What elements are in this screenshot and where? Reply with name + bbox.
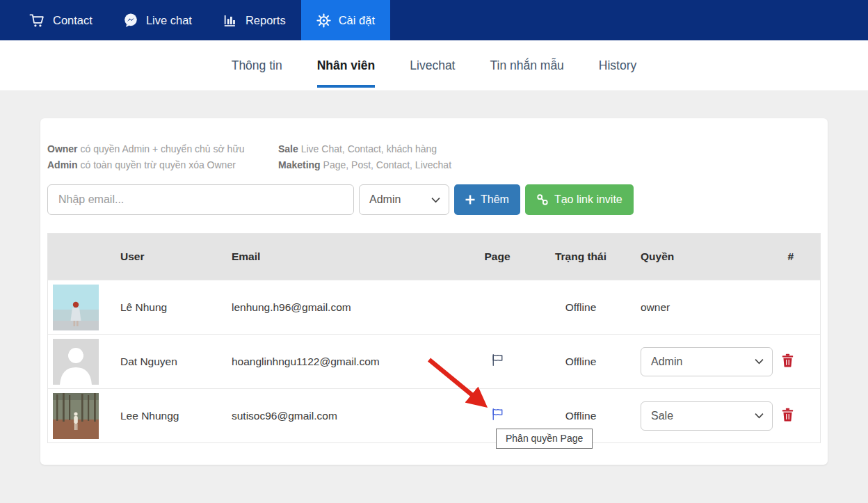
user-email: hoanglinhngu1122@gmail.com (232, 356, 463, 368)
page-content: Owner có quyền Admin + chuyển chủ sở hữu… (0, 91, 868, 465)
chevron-down-icon (431, 197, 440, 203)
header-email: Email (232, 250, 463, 263)
avatar (53, 285, 99, 330)
cart-icon (29, 13, 45, 28)
top-navbar: Contact Live chat Reports (0, 0, 868, 40)
nav-item-live-chat[interactable]: Live chat (108, 0, 207, 40)
header-page: Page (463, 250, 532, 263)
chevron-down-icon (755, 358, 764, 365)
page-permission-tooltip: Phân quyền Page (496, 429, 593, 449)
role-legend: Owner có quyền Admin + chuyển chủ sở hữu… (47, 141, 821, 173)
legend-admin: Admin có toàn quyền trừ quyền xóa Owner (47, 157, 278, 173)
user-name: Dat Nguyen (120, 356, 232, 368)
add-member-form: Admin Thêm Tạo link (47, 184, 821, 215)
nav-item-label: Contact (53, 14, 93, 27)
table-row: Lee Nhungg sutisoc96@gmail.com Offline S… (48, 388, 820, 442)
gear-icon (316, 13, 331, 28)
table-row: Dat Nguyen hoanglinhngu1122@gmail.com Of… (48, 334, 820, 388)
user-name: Lee Nhungg (120, 410, 232, 422)
nav-item-label: Live chat (146, 14, 192, 27)
chevron-down-icon (755, 413, 764, 419)
messenger-icon (123, 13, 138, 28)
user-email: lenhung.h96@gmail.com (232, 301, 463, 314)
header-role: Quyền (629, 250, 775, 263)
row-role-select[interactable]: Admin (641, 347, 773, 376)
tab-history[interactable]: History (581, 40, 654, 90)
role-select[interactable]: Admin (359, 184, 449, 215)
avatar-placeholder (53, 339, 99, 385)
nav-item-contact[interactable]: Contact (14, 0, 108, 40)
avatar (53, 393, 99, 439)
user-email: sutisoc96@gmail.com (232, 410, 463, 422)
tab-tin-nhan-mau[interactable]: Tin nhắn mẫu (472, 40, 581, 90)
table-header-row: User Email Page Trạng thái Quyền # (48, 234, 820, 280)
email-input[interactable] (47, 184, 354, 215)
nav-item-label: Cài đặt (339, 14, 375, 27)
status-text: Offline (532, 356, 629, 368)
staff-card: Owner có quyền Admin + chuyển chủ sở hữu… (40, 118, 828, 465)
nav-item-label: Reports (246, 14, 286, 27)
page-flag-icon[interactable] (491, 408, 504, 421)
status-text: Offline (532, 301, 629, 314)
header-actions: # (775, 250, 820, 263)
create-invite-link-button[interactable]: Tạo link invite (525, 184, 634, 215)
table-row: Lê Nhung lenhung.h96@gmail.com Offline o… (48, 280, 820, 334)
settings-tabbar: Thông tin Nhân viên Livechat Tin nhắn mẫ… (0, 40, 868, 91)
page-flag-icon[interactable] (491, 353, 504, 367)
nav-item-reports[interactable]: Reports (207, 0, 301, 40)
legend-sale: Sale Live Chat, Contact, khách hàng (278, 141, 451, 157)
status-text: Offline (532, 410, 629, 422)
row-role-select[interactable]: Sale (641, 401, 773, 431)
header-status: Trạng thái (532, 250, 629, 263)
tab-nhan-vien[interactable]: Nhân viên (300, 40, 393, 90)
bar-chart-icon (223, 13, 238, 28)
user-name: Lê Nhung (120, 301, 232, 314)
nav-item-settings[interactable]: Cài đặt (301, 0, 390, 40)
add-button[interactable]: Thêm (454, 184, 520, 215)
trash-icon[interactable] (782, 353, 794, 367)
legend-owner: Owner có quyền Admin + chuyển chủ sở hữu (47, 141, 278, 157)
plus-icon (465, 195, 475, 205)
tab-livechat[interactable]: Livechat (392, 40, 472, 90)
trash-icon[interactable] (782, 408, 794, 422)
header-user: User (120, 250, 232, 263)
role-text: owner (629, 301, 775, 314)
legend-maketing: Maketing Page, Post, Contact, Livechat (278, 157, 451, 173)
staff-table: User Email Page Trạng thái Quyền # (47, 233, 821, 443)
tab-thong-tin[interactable]: Thông tin (214, 40, 300, 90)
link-icon (536, 193, 549, 206)
